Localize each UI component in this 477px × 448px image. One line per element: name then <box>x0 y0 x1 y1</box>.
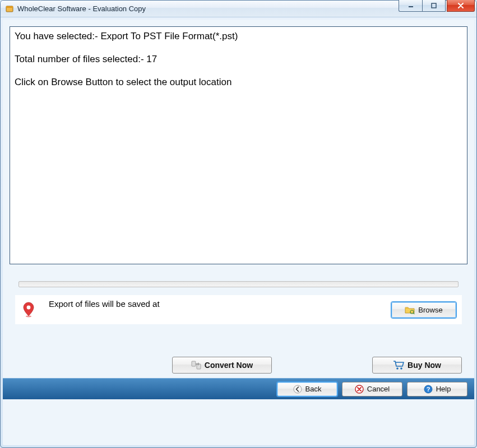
svg-point-5 <box>26 316 31 318</box>
buy-now-button[interactable]: Buy Now <box>372 357 462 374</box>
svg-rect-3 <box>432 3 436 8</box>
help-button-label: Help <box>436 385 451 393</box>
svg-text:?: ? <box>426 386 430 393</box>
help-icon: ? <box>424 385 433 394</box>
cancel-icon <box>355 385 364 394</box>
svg-point-12 <box>294 385 302 393</box>
svg-rect-8 <box>192 361 196 366</box>
close-button[interactable] <box>447 0 475 12</box>
app-window: WholeClear Software - Evaluation Copy Yo… <box>0 0 477 448</box>
save-location-label: Export of files will be saved at <box>49 299 391 309</box>
client-area: You have selected:- Export To PST File F… <box>3 20 474 445</box>
svg-point-10 <box>396 367 399 370</box>
location-pin-icon <box>21 300 36 320</box>
browse-button[interactable]: Browse <box>391 302 456 318</box>
svg-rect-1 <box>6 6 13 8</box>
minimize-button[interactable] <box>399 0 422 12</box>
help-button[interactable]: ? Help <box>407 382 467 396</box>
cancel-button[interactable]: Cancel <box>342 382 402 396</box>
buy-now-label: Buy Now <box>407 361 441 370</box>
app-icon <box>5 4 14 13</box>
convert-now-label: Convert Now <box>205 361 253 370</box>
svg-rect-2 <box>409 6 413 7</box>
back-button-label: Back <box>305 385 322 393</box>
footer-bar: Back Cancel ? Help <box>3 378 474 399</box>
folder-icon <box>405 306 415 314</box>
svg-point-11 <box>400 367 402 370</box>
back-arrow-icon <box>293 385 302 394</box>
progress-bar <box>18 281 459 287</box>
convert-now-button[interactable]: Convert Now <box>172 357 272 374</box>
action-row: Convert Now Buy Now <box>15 357 462 374</box>
close-icon <box>457 3 464 8</box>
window-title: WholeClear Software - Evaluation Copy <box>17 4 146 13</box>
save-location-row: Export of files will be saved at Browse <box>15 295 462 324</box>
cart-icon <box>393 360 404 370</box>
browse-button-label: Browse <box>418 306 442 314</box>
convert-icon <box>191 360 201 370</box>
cancel-button-label: Cancel <box>367 385 390 393</box>
titlebar: WholeClear Software - Evaluation Copy <box>1 1 476 17</box>
minimize-icon <box>408 3 414 8</box>
back-button[interactable]: Back <box>277 382 337 396</box>
info-total-files: Total number of files selected:- 17 <box>15 53 462 66</box>
maximize-button[interactable] <box>422 0 446 12</box>
svg-point-4 <box>27 306 31 310</box>
info-panel: You have selected:- Export To PST File F… <box>10 26 467 264</box>
info-selected-format: You have selected:- Export To PST File F… <box>15 30 462 43</box>
maximize-icon <box>431 3 437 8</box>
info-instruction: Click on Browse Button to select the out… <box>15 76 462 89</box>
window-controls <box>399 0 475 12</box>
